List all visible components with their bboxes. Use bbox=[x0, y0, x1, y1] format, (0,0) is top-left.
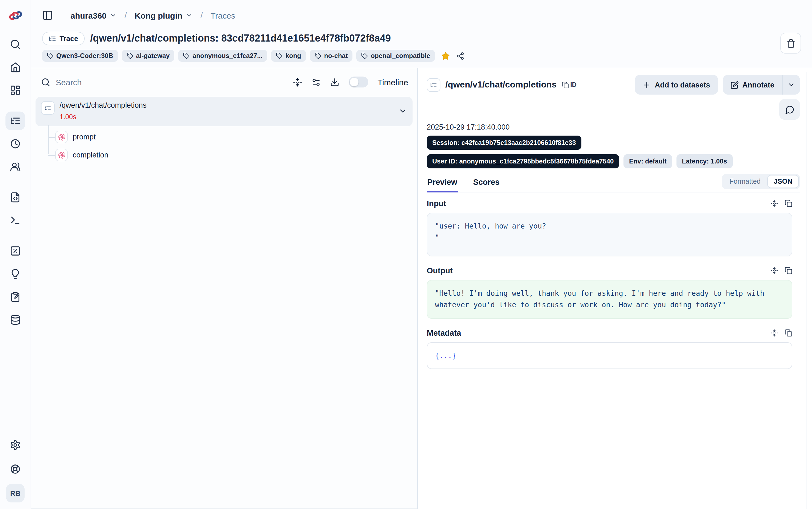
format-option-formatted[interactable]: Formatted bbox=[723, 175, 767, 188]
toggle-knob bbox=[350, 78, 359, 87]
output-section-title: Output bbox=[427, 266, 453, 275]
sidebar-item-insights[interactable] bbox=[5, 265, 25, 283]
comments-button[interactable] bbox=[779, 99, 800, 120]
add-to-datasets-button[interactable]: Add to datasets bbox=[635, 75, 718, 95]
add-to-datasets-label: Add to datasets bbox=[655, 81, 710, 89]
sidebar-item-evaluation[interactable] bbox=[5, 242, 25, 260]
tag-openai-compatible[interactable]: openai_compatible bbox=[357, 50, 435, 62]
tag-icon bbox=[315, 53, 321, 59]
format-option-json[interactable]: JSON bbox=[767, 175, 799, 188]
home-icon bbox=[10, 62, 21, 73]
tree-child-label: prompt bbox=[73, 133, 96, 141]
lifebuoy-icon bbox=[10, 464, 21, 475]
collapse-section-button[interactable] bbox=[771, 200, 778, 207]
sidebar-item-settings[interactable] bbox=[5, 436, 25, 454]
sidebar-nav bbox=[5, 35, 25, 329]
app-logo[interactable] bbox=[8, 0, 23, 31]
pinwheel-icon bbox=[58, 151, 65, 159]
breadcrumb-separator: / bbox=[198, 10, 205, 20]
tag-no-chat[interactable]: no-chat bbox=[310, 50, 353, 62]
copy-section-button[interactable] bbox=[785, 267, 792, 274]
tree-child-completion[interactable]: completion bbox=[36, 146, 412, 164]
input-content: "user: Hello, how are you?" bbox=[427, 213, 792, 257]
breadcrumb-separator: / bbox=[122, 10, 129, 20]
bookmark-star-button[interactable] bbox=[441, 51, 450, 60]
chevron-down-icon bbox=[109, 11, 117, 19]
copy-section-button[interactable] bbox=[785, 329, 792, 337]
collapse-section-button[interactable] bbox=[771, 267, 778, 274]
sidebar-item-playground[interactable] bbox=[5, 211, 25, 230]
breadcrumb-page[interactable]: Traces bbox=[211, 11, 235, 20]
comment-row bbox=[427, 99, 800, 120]
sidebar-toggle-button[interactable] bbox=[42, 10, 53, 21]
sidebar-item-prompts[interactable] bbox=[5, 188, 25, 207]
copy-section-button[interactable] bbox=[785, 200, 792, 207]
fold-vertical-icon bbox=[771, 200, 778, 207]
tab-preview[interactable]: Preview bbox=[427, 174, 458, 192]
app-window: RB ahura360 / Kong plugin / Traces bbox=[0, 0, 812, 509]
sidebar-item-dashboards[interactable] bbox=[5, 81, 25, 100]
tag-label: ai-gateway bbox=[136, 52, 170, 60]
collapse-all-button[interactable] bbox=[293, 77, 302, 87]
metadata-section: Metadata {...} bbox=[427, 329, 792, 369]
search-icon bbox=[10, 39, 21, 50]
annotate-menu-button[interactable] bbox=[782, 75, 800, 95]
trace-node-badge bbox=[427, 78, 440, 92]
delete-trace-button[interactable] bbox=[780, 33, 801, 54]
session-badge[interactable]: Session: c42fca19b75e13aac2b2106610f81e3… bbox=[427, 136, 581, 150]
tag-anonymous[interactable]: anonymous_c1fca27... bbox=[178, 50, 267, 62]
metadata-content[interactable]: {...} bbox=[427, 342, 792, 369]
sidebar-item-users[interactable] bbox=[5, 158, 25, 176]
trace-detail-pane: /qwen/v1/chat/completions ID Add to data… bbox=[418, 68, 812, 509]
user-id-badge[interactable]: User ID: anonymous_c1fca2795bbedc5f36678… bbox=[427, 154, 619, 168]
sidebar-item-support[interactable] bbox=[5, 460, 25, 478]
sidebar-item-tracing[interactable] bbox=[5, 111, 25, 130]
copy-id-button[interactable]: ID bbox=[561, 81, 577, 88]
breadcrumb-project[interactable]: Kong plugin bbox=[135, 11, 193, 20]
file-code-icon bbox=[10, 192, 21, 203]
share-button[interactable] bbox=[456, 52, 465, 60]
tree-root-name: /qwen/v1/chat/completions bbox=[60, 101, 146, 109]
tag-gateway[interactable]: ai-gateway bbox=[122, 50, 175, 62]
user-avatar[interactable]: RB bbox=[6, 484, 25, 503]
tree-root-row[interactable]: /qwen/v1/chat/completions 1.00s bbox=[36, 97, 412, 126]
sidebar-item-sessions[interactable] bbox=[5, 135, 25, 153]
collapse-node-button[interactable] bbox=[398, 107, 407, 115]
breadcrumb-org-label: ahura360 bbox=[71, 11, 107, 20]
tree-children: prompt completion bbox=[36, 128, 412, 164]
breadcrumb-org[interactable]: ahura360 bbox=[71, 11, 117, 20]
output-section: Output "Hello! I'm doing well, thank you… bbox=[427, 266, 792, 319]
sidebar-item-datasets[interactable] bbox=[5, 310, 25, 329]
scrollbar-gutter[interactable] bbox=[807, 72, 807, 509]
topbar: ahura360 / Kong plugin / Traces bbox=[31, 0, 812, 31]
sidebar-item-home[interactable] bbox=[5, 58, 25, 76]
tab-scores[interactable]: Scores bbox=[473, 174, 500, 192]
download-button[interactable] bbox=[330, 77, 339, 87]
annotate-button[interactable]: Annotate bbox=[723, 75, 782, 95]
metadata-section-title: Metadata bbox=[427, 329, 461, 337]
content-split: Timeline /qwen/v1/chat/completions 1.00s bbox=[31, 68, 812, 509]
tag-label: Qwen3-Coder:30B bbox=[56, 52, 113, 60]
message-bubble-icon bbox=[785, 105, 794, 114]
timeline-toggle[interactable] bbox=[348, 76, 368, 88]
chevron-down-icon bbox=[398, 107, 407, 115]
square-percent-icon bbox=[10, 245, 21, 257]
search-input[interactable] bbox=[56, 77, 287, 87]
observation-tree: /qwen/v1/chat/completions 1.00s prompt c… bbox=[31, 96, 417, 508]
annotate-split-button: Annotate bbox=[723, 75, 800, 95]
trace-tags-row: Qwen3-Coder:30B ai-gateway anonymous_c1f… bbox=[42, 50, 780, 62]
tag-model[interactable]: Qwen3-Coder:30B bbox=[42, 50, 118, 62]
tree-child-prompt[interactable]: prompt bbox=[36, 128, 412, 146]
collapse-section-button[interactable] bbox=[771, 329, 778, 337]
detail-scroll-area[interactable]: Input "user: Hello, how are you?" Output bbox=[427, 193, 800, 509]
tag-kong[interactable]: kong bbox=[271, 50, 306, 62]
tree-child-label: completion bbox=[73, 151, 108, 159]
clock-icon bbox=[10, 138, 21, 149]
sidebar-item-search[interactable] bbox=[5, 35, 25, 54]
fold-vertical-icon bbox=[771, 329, 778, 337]
trace-badge-label: Trace bbox=[60, 34, 78, 43]
view-settings-button[interactable] bbox=[311, 77, 321, 87]
sidebar-item-annotation-queues[interactable] bbox=[5, 287, 25, 306]
trace-header: Trace /qwen/v1/chat/completions: 83cd782… bbox=[31, 31, 812, 68]
input-section-title: Input bbox=[427, 199, 446, 208]
